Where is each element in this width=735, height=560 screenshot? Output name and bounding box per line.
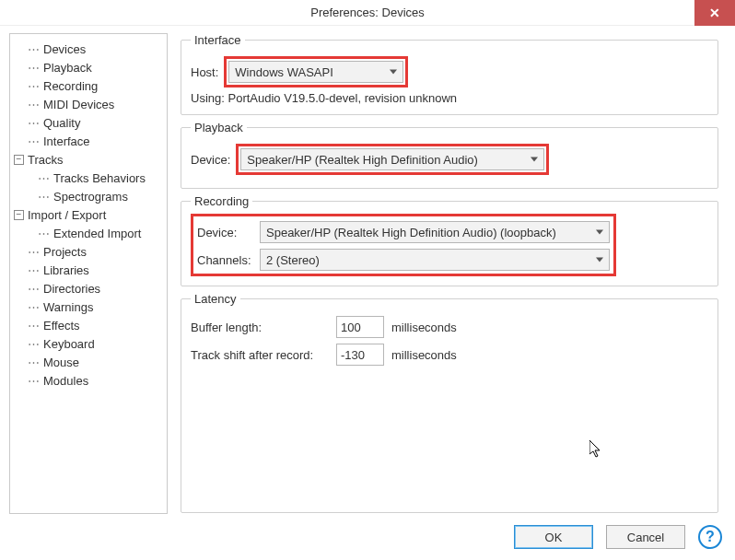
using-label: Using:: [191, 91, 225, 105]
window-title: Preferences: Devices: [310, 6, 425, 19]
help-button[interactable]: ?: [698, 525, 722, 549]
tree-item-extended-import[interactable]: ⋯Extended Import: [14, 224, 163, 242]
cancel-button[interactable]: Cancel: [606, 525, 685, 549]
tree-item-tracks[interactable]: −Tracks: [14, 150, 163, 169]
tree-item-effects[interactable]: ⋯Effects: [14, 316, 163, 334]
tree-item-midi-devices[interactable]: ⋯MIDI Devices: [14, 95, 163, 113]
tree-item-recording[interactable]: ⋯Recording: [14, 76, 163, 95]
content-pane: Interface Host: Windows WASAPI Using: Po…: [168, 33, 726, 514]
track-shift-input[interactable]: -130: [336, 344, 384, 366]
using-value: PortAudio V19.5.0-devel, revision unknow…: [228, 91, 457, 105]
category-tree[interactable]: ⋯Devices ⋯Playback ⋯Recording ⋯MIDI Devi…: [9, 33, 168, 514]
tree-item-modules[interactable]: ⋯Modules: [14, 371, 163, 390]
collapse-icon[interactable]: −: [14, 155, 24, 165]
playback-device-select[interactable]: Speaker/HP (Realtek High Definition Audi…: [240, 148, 544, 170]
shift-unit: milliseconds: [391, 348, 457, 362]
playback-group: Playback Device: Speaker/HP (Realtek Hig…: [181, 121, 718, 189]
buffer-length-label: Buffer length:: [191, 321, 331, 334]
chevron-down-icon: [596, 230, 603, 235]
tree-item-directories[interactable]: ⋯Directories: [14, 279, 163, 298]
chevron-down-icon: [531, 158, 538, 162]
latency-legend: Latency: [191, 292, 240, 306]
tree-item-playback[interactable]: ⋯Playback: [14, 58, 163, 76]
tree-item-import-export[interactable]: −Import / Export: [14, 205, 163, 224]
host-select[interactable]: Windows WASAPI: [228, 61, 403, 83]
recording-legend: Recording: [191, 194, 252, 208]
dialog-buttons: OK Cancel ?: [514, 525, 722, 549]
chevron-down-icon: [596, 258, 603, 262]
tree-item-devices[interactable]: ⋯Devices: [14, 40, 163, 58]
tree-item-interface[interactable]: ⋯Interface: [14, 132, 163, 150]
playback-legend: Playback: [191, 121, 247, 134]
tree-item-spectrograms[interactable]: ⋯Spectrograms: [14, 187, 163, 205]
highlight-recording: Device: Speaker/HP (Realtek High Definit…: [191, 214, 616, 276]
titlebar: Preferences: Devices ✕: [0, 0, 735, 26]
track-shift-label: Track shift after record:: [191, 348, 331, 362]
highlight-playback-device: Speaker/HP (Realtek High Definition Audi…: [236, 144, 549, 175]
close-icon: ✕: [709, 0, 720, 26]
highlight-host: Windows WASAPI: [224, 56, 408, 88]
tree-item-projects[interactable]: ⋯Projects: [14, 242, 163, 261]
recording-device-label: Device:: [197, 226, 254, 239]
host-label: Host:: [191, 65, 218, 79]
collapse-icon[interactable]: −: [14, 210, 24, 220]
playback-device-label: Device:: [191, 153, 230, 167]
recording-device-select[interactable]: Speaker/HP (Realtek High Definition Audi…: [260, 221, 610, 243]
recording-channels-label: Channels:: [197, 253, 254, 267]
help-icon: ?: [706, 529, 715, 545]
close-button[interactable]: ✕: [694, 0, 735, 26]
ok-button[interactable]: OK: [514, 525, 593, 549]
tree-item-tracks-behaviors[interactable]: ⋯Tracks Behaviors: [14, 169, 163, 187]
chevron-down-icon: [390, 70, 397, 75]
interface-group: Interface Host: Windows WASAPI Using: Po…: [181, 33, 718, 115]
tree-item-warnings[interactable]: ⋯Warnings: [14, 298, 163, 316]
tree-item-keyboard[interactable]: ⋯Keyboard: [14, 334, 163, 353]
tree-item-quality[interactable]: ⋯Quality: [14, 113, 163, 132]
tree-item-libraries[interactable]: ⋯Libraries: [14, 261, 163, 279]
buffer-length-input[interactable]: 100: [336, 316, 384, 338]
buffer-unit: milliseconds: [391, 321, 457, 334]
latency-group: Latency Buffer length: 100 milliseconds …: [181, 292, 718, 513]
tree-item-mouse[interactable]: ⋯Mouse: [14, 353, 163, 371]
interface-legend: Interface: [191, 33, 245, 47]
recording-group: Recording Device: Speaker/HP (Realtek Hi…: [181, 194, 718, 286]
recording-channels-select[interactable]: 2 (Stereo): [260, 249, 610, 271]
